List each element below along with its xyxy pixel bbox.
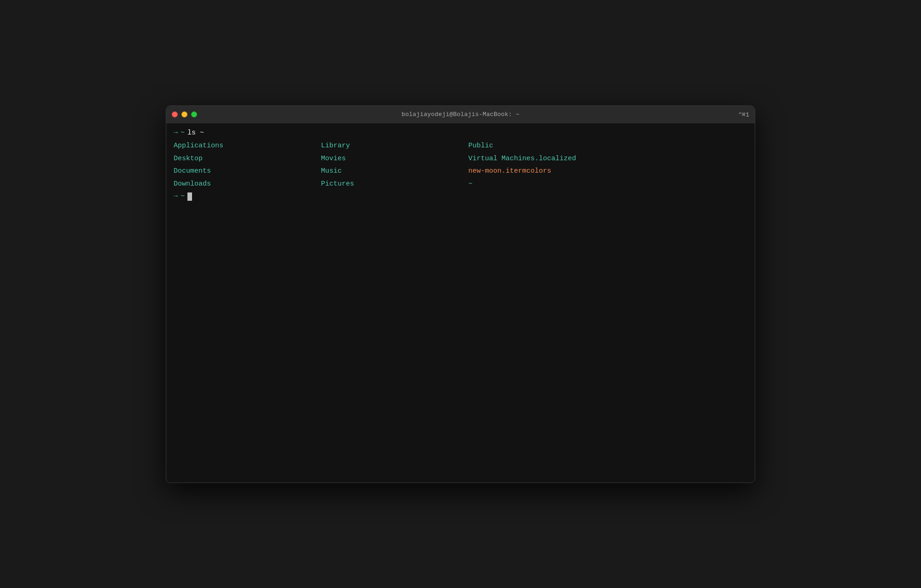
maximize-button[interactable] (191, 111, 197, 117)
window-title: bolajiayodeji@Bolajis-MacBook: ~ (402, 111, 519, 118)
list-item: Music (321, 165, 468, 177)
terminal-window: bolajiayodeji@Bolajis-MacBook: ~ ⌃⌘1 → ~… (166, 105, 755, 483)
ls-column-1: Applications Desktop Documents Downloads (174, 140, 321, 190)
close-button[interactable] (172, 111, 178, 117)
minimize-button[interactable] (181, 111, 187, 117)
list-item: Public (468, 140, 747, 152)
cursor-prompt-line: → ~ (174, 192, 747, 202)
ls-column-3: Public Virtual Machines.localized new-mo… (468, 140, 747, 190)
command-prompt-line: → ~ ls ~ (174, 128, 747, 139)
ls-column-2: Library Movies Music Pictures (321, 140, 468, 190)
terminal-body[interactable]: → ~ ls ~ Applications Desktop Documents … (166, 123, 755, 483)
prompt-command: ls ~ (187, 128, 204, 139)
list-item: Pictures (321, 178, 468, 190)
list-item: Documents (174, 165, 321, 177)
list-item-red: new-moon.itermcolors (468, 165, 747, 177)
list-item: Downloads (174, 178, 321, 190)
ls-output: Applications Desktop Documents Downloads… (174, 140, 747, 190)
prompt-tilde: ~ (181, 128, 185, 139)
traffic-lights (172, 111, 197, 117)
prompt-arrow: → (174, 128, 178, 139)
list-item: Library (321, 140, 468, 152)
list-item: Applications (174, 140, 321, 152)
terminal-cursor (187, 192, 192, 201)
titlebar: bolajiayodeji@Bolajis-MacBook: ~ ⌃⌘1 (166, 106, 755, 123)
list-item: ~ (468, 178, 747, 190)
prompt-tilde-2: ~ (181, 192, 185, 202)
window-shortcut: ⌃⌘1 (739, 111, 749, 118)
list-item: Movies (321, 153, 468, 165)
prompt-arrow-2: → (174, 192, 178, 202)
list-item: Virtual Machines.localized (468, 153, 747, 165)
list-item: Desktop (174, 153, 321, 165)
